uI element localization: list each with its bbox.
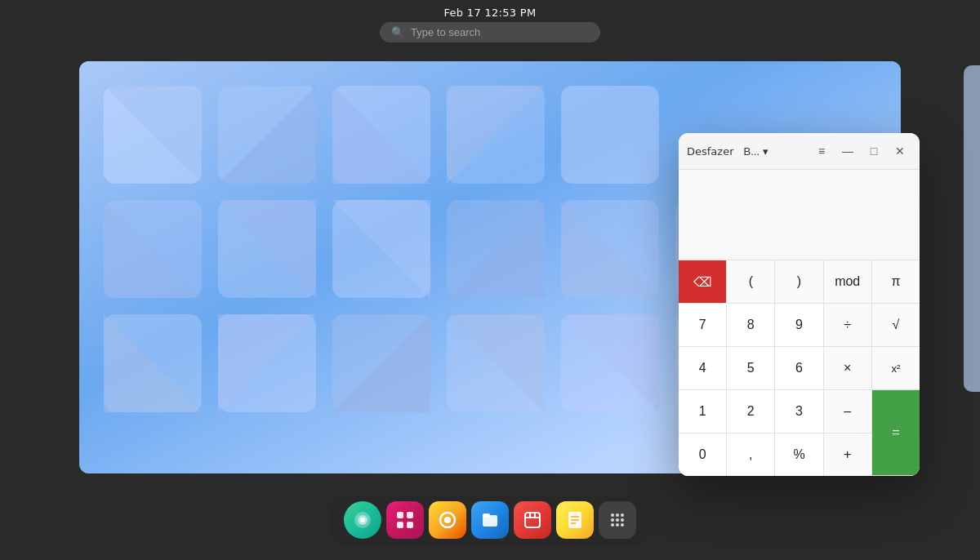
dock-item-elementary[interactable] [344,501,381,539]
calc-multiply-button[interactable]: × [824,347,871,389]
elementary-icon [351,509,374,531]
search-icon: 🔍 [391,26,404,38]
calc-5-button[interactable]: 5 [727,347,774,389]
calc-9-button[interactable]: 9 [775,304,822,346]
calculator-titlebar: Desfazer B... ▾ ≡ — □ ✕ [679,133,920,170]
calculator-title: Desfazer [687,145,734,158]
dock-item-music[interactable] [429,501,466,539]
dock [331,495,649,545]
dock-item-files[interactable] [471,501,509,539]
calc-backspace-button[interactable]: ⌫ [679,260,726,303]
calc-add-button[interactable]: + [824,433,871,476]
svg-rect-38 [397,522,403,528]
svg-rect-37 [407,512,413,518]
calc-comma-button[interactable]: , [727,433,774,476]
svg-point-41 [444,517,451,523]
calc-square-button[interactable]: x² [872,347,920,389]
right-edge-window [964,65,980,392]
calculator-maximize-button[interactable]: □ [862,140,885,162]
topbar: Feb 17 12:53 PM 🔍 [0,0,980,49]
window-controls: ≡ — □ ✕ [810,140,911,162]
calc-sqrt-button[interactable]: √ [872,304,920,346]
svg-rect-36 [397,512,403,518]
calculator-menu-button[interactable]: ≡ [810,140,833,162]
calculator-display [679,170,920,260]
svg-point-49 [611,513,614,517]
calculator-minimize-button[interactable]: — [836,140,859,162]
calc-divide-button[interactable]: ÷ [824,304,871,346]
grid-icon [607,509,628,531]
search-input[interactable] [411,26,589,38]
calc-0-button[interactable]: 0 [679,433,726,476]
svg-point-56 [616,523,619,527]
datetime: Feb 17 12:53 PM [444,7,537,19]
dock-item-notes[interactable] [556,501,594,539]
svg-point-35 [360,518,365,522]
notes-icon [564,509,586,531]
calc-equals-button[interactable]: = [872,390,920,475]
calc-7-button[interactable]: 7 [679,304,726,346]
svg-point-50 [616,513,619,517]
svg-point-54 [621,518,624,522]
dock-item-grid[interactable] [599,501,636,539]
calculator-input[interactable] [692,227,906,253]
calc-open-paren-button[interactable]: ( [727,260,774,303]
svg-rect-44 [525,513,540,527]
chevron-down-icon: ▾ [763,145,768,158]
svg-point-53 [616,518,619,522]
calc-2-button[interactable]: 2 [727,390,774,433]
svg-rect-9 [561,86,659,184]
calc-pi-button[interactable]: π [872,260,920,303]
calculator-window: Desfazer B... ▾ ≡ — □ ✕ ⌫ ( ) mod π 7 8 … [679,133,920,476]
dock-item-appcenter[interactable] [386,501,424,539]
calculator-keypad: ⌫ ( ) mod π 7 8 9 ÷ √ 4 5 6 × x² 1 2 3 –… [679,260,920,476]
svg-point-55 [611,523,614,527]
calculator-close-button[interactable]: ✕ [889,140,911,162]
calc-6-button[interactable]: 6 [775,347,822,389]
appcenter-icon [394,509,416,531]
calc-1-button[interactable]: 1 [679,390,726,433]
files-icon [479,509,501,531]
calc-mod-button[interactable]: mod [824,260,871,303]
music-icon [437,509,458,531]
calculator-mode-label: B... [744,145,760,158]
svg-point-57 [621,523,624,527]
search-bar[interactable]: 🔍 [380,22,600,42]
dock-item-store[interactable] [514,501,551,539]
calc-4-button[interactable]: 4 [679,347,726,389]
svg-point-52 [611,518,614,522]
calc-3-button[interactable]: 3 [775,390,822,433]
calc-close-paren-button[interactable]: ) [775,260,822,303]
svg-rect-43 [483,513,490,518]
calc-percent-button[interactable]: % [775,433,822,476]
svg-rect-39 [407,522,413,528]
calculator-mode-button[interactable]: B... ▾ [739,144,774,159]
calc-subtract-button[interactable]: – [824,390,871,433]
calc-8-button[interactable]: 8 [727,304,774,346]
svg-point-51 [621,513,624,517]
store-icon [522,509,543,531]
